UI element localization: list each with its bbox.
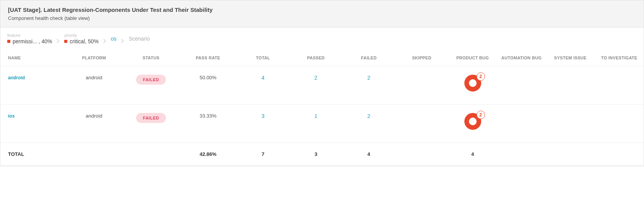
cell-pass-rate: 33.33% bbox=[180, 105, 237, 143]
cell-platform: android bbox=[65, 66, 122, 105]
table-row: ios android FAILED 33.33% 3 1 2 2 bbox=[0, 105, 644, 143]
cell-total-link[interactable]: 4 bbox=[261, 75, 264, 81]
col-system-issue[interactable]: SYSTEM ISSUE bbox=[546, 51, 595, 66]
cell-platform: android bbox=[65, 105, 122, 143]
total-skipped bbox=[395, 143, 448, 166]
col-automation-bug[interactable]: AUTOMATION BUG bbox=[497, 51, 546, 66]
total-to-investigate bbox=[595, 143, 644, 166]
total-pass-rate: 42.86% bbox=[180, 143, 237, 166]
product-bug-donut[interactable]: 2 bbox=[464, 113, 481, 130]
table-header-row: NAME PLATFORM STATUS PASS RATE TOTAL PAS… bbox=[0, 51, 644, 66]
breadcrumb: feature permissi... , 40% priority criti… bbox=[0, 28, 644, 51]
chevron-right-icon bbox=[54, 38, 62, 44]
status-swatch-icon bbox=[7, 40, 10, 43]
svg-point-0 bbox=[467, 77, 479, 89]
breadcrumb-item-scenario: Scenario bbox=[129, 36, 150, 42]
col-to-investigate[interactable]: TO INVESTIGATE bbox=[595, 51, 644, 66]
cell-automation-bug bbox=[497, 66, 546, 105]
widget-body: feature permissi... , 40% priority criti… bbox=[0, 28, 644, 166]
breadcrumb-item-priority[interactable]: priority critical, 50% bbox=[64, 33, 98, 44]
total-failed: 4 bbox=[342, 143, 395, 166]
col-platform[interactable]: PLATFORM bbox=[65, 51, 122, 66]
row-name-link[interactable]: android bbox=[8, 75, 25, 80]
col-status[interactable]: STATUS bbox=[123, 51, 180, 66]
breadcrumb-item-os[interactable]: os bbox=[111, 36, 117, 42]
donut-count-badge: 2 bbox=[477, 111, 485, 119]
status-badge: FAILED bbox=[136, 75, 166, 85]
status-badge: FAILED bbox=[136, 113, 166, 123]
col-pass-rate[interactable]: PASS RATE bbox=[180, 51, 237, 66]
cell-skipped bbox=[395, 66, 448, 105]
row-name-link[interactable]: ios bbox=[8, 113, 15, 119]
cell-system-issue bbox=[546, 66, 595, 105]
cell-total-link[interactable]: 3 bbox=[261, 113, 264, 119]
widget-title: [UAT Stage]. Latest Regression-Component… bbox=[8, 7, 636, 13]
col-total[interactable]: TOTAL bbox=[237, 51, 289, 66]
donut-count-badge: 2 bbox=[477, 72, 485, 81]
breadcrumb-label: priority bbox=[64, 33, 98, 38]
cell-passed-link[interactable]: 1 bbox=[315, 113, 318, 119]
cell-to-investigate bbox=[595, 66, 644, 105]
cell-skipped bbox=[395, 105, 448, 143]
col-passed[interactable]: PASSED bbox=[289, 51, 342, 66]
col-product-bug[interactable]: PRODUCT BUG bbox=[448, 51, 497, 66]
svg-point-1 bbox=[467, 115, 479, 128]
total-passed: 3 bbox=[289, 143, 342, 166]
breadcrumb-text: permissi... , 40% bbox=[13, 38, 52, 44]
cell-failed-link[interactable]: 2 bbox=[367, 113, 370, 119]
total-system-issue bbox=[546, 143, 595, 166]
cell-failed-link[interactable]: 2 bbox=[367, 75, 370, 81]
table-row: android android FAILED 50.00% 4 2 2 2 bbox=[0, 66, 644, 105]
component-table: NAME PLATFORM STATUS PASS RATE TOTAL PAS… bbox=[0, 51, 644, 166]
chevron-right-icon bbox=[101, 38, 109, 44]
table-total-row: TOTAL 42.86% 7 3 4 4 bbox=[0, 143, 644, 166]
cell-to-investigate bbox=[595, 105, 644, 143]
chevron-right-icon bbox=[119, 38, 127, 44]
widget-header: [UAT Stage]. Latest Regression-Component… bbox=[0, 0, 644, 28]
product-bug-donut[interactable]: 2 bbox=[464, 75, 481, 92]
cell-system-issue bbox=[546, 105, 595, 143]
cell-automation-bug bbox=[497, 105, 546, 143]
col-failed[interactable]: FAILED bbox=[342, 51, 395, 66]
breadcrumb-text: critical, 50% bbox=[70, 38, 98, 44]
total-label: TOTAL bbox=[0, 143, 65, 166]
total-product-bug: 4 bbox=[448, 143, 497, 166]
breadcrumb-item-feature[interactable]: feature permissi... , 40% bbox=[7, 33, 52, 44]
col-name[interactable]: NAME bbox=[0, 51, 65, 66]
breadcrumb-label: feature bbox=[7, 33, 52, 38]
col-skipped[interactable]: SKIPPED bbox=[395, 51, 448, 66]
total-automation-bug bbox=[497, 143, 546, 166]
status-swatch-icon bbox=[64, 40, 67, 43]
cell-passed-link[interactable]: 2 bbox=[315, 75, 318, 81]
widget-subtitle: Component health check (table view) bbox=[8, 15, 636, 21]
total-total: 7 bbox=[237, 143, 289, 166]
cell-pass-rate: 50.00% bbox=[180, 66, 237, 105]
